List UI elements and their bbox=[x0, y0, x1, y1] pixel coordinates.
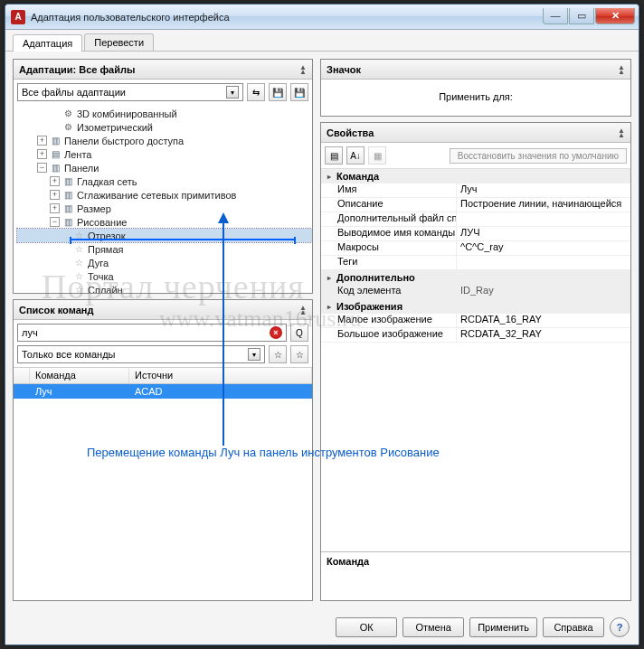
apply-button[interactable]: Применить bbox=[469, 617, 537, 637]
minimize-button[interactable]: — bbox=[543, 8, 568, 24]
star-icon: ☆ bbox=[73, 284, 85, 293]
help-button[interactable]: Справка bbox=[543, 617, 604, 637]
expand-icon[interactable]: + bbox=[37, 149, 47, 159]
transfer-button[interactable]: ⇆ bbox=[247, 83, 265, 101]
expand-icon[interactable]: + bbox=[50, 176, 60, 186]
new-command-button[interactable]: ☆ bbox=[269, 345, 287, 363]
app-icon: A bbox=[11, 10, 25, 24]
adaptations-header: Адаптации: Все файлы ▲▲ bbox=[14, 60, 312, 80]
ribbon-icon: ▤ bbox=[50, 148, 62, 160]
restore-defaults-button[interactable]: Восстановить значения по умолчанию bbox=[450, 148, 627, 164]
col-command[interactable]: Команда bbox=[30, 368, 129, 383]
tab-perevesti[interactable]: Перевести bbox=[84, 33, 154, 51]
collapse-icon[interactable]: ▲▲ bbox=[299, 306, 307, 315]
panel-icon: ▥ bbox=[50, 135, 62, 146]
chevron-down-icon: ▾ bbox=[226, 86, 239, 99]
property-description: Команда bbox=[321, 551, 630, 600]
cancel-button[interactable]: Отмена bbox=[402, 617, 464, 637]
save-button[interactable]: 💾 bbox=[269, 83, 287, 101]
property-grid[interactable]: ▸Команда ИмяЛуч ОписаниеПостроение линии… bbox=[321, 169, 630, 551]
alpha-sort-button[interactable]: A↓ bbox=[346, 146, 365, 165]
help-icon-button[interactable]: ? bbox=[610, 617, 630, 637]
cui-dialog: A Адаптация пользовательского интерфейса… bbox=[5, 4, 639, 645]
filter-combo[interactable]: Только все команды ▾ bbox=[17, 345, 265, 363]
col-source[interactable]: Источни bbox=[129, 368, 312, 383]
clear-search-icon[interactable]: × bbox=[270, 326, 282, 339]
collapse-icon[interactable]: ▲▲ bbox=[618, 128, 625, 137]
maximize-button[interactable]: ▭ bbox=[569, 8, 594, 24]
chevron-down-icon: ▾ bbox=[248, 348, 260, 361]
adapt-files-combo[interactable]: Все файлы адаптации ▾ bbox=[17, 83, 243, 101]
expand-icon[interactable]: + bbox=[50, 190, 60, 200]
prop-category[interactable]: ▸Команда bbox=[321, 169, 630, 183]
save-as-button[interactable]: 💾 bbox=[290, 83, 308, 101]
main-tabs: Адаптация Перевести bbox=[5, 30, 639, 52]
annotation-text: Перемещение команды Луч на панель инстру… bbox=[87, 446, 440, 459]
toolbar-icon: ▥ bbox=[62, 175, 74, 187]
command-list-header: Список команд ▲▲ bbox=[14, 300, 312, 320]
tab-adaptatsiya[interactable]: Адаптация bbox=[13, 34, 82, 52]
expand-icon[interactable]: + bbox=[50, 203, 60, 213]
prop-category[interactable]: ▸Изображения bbox=[321, 299, 630, 314]
command-grid[interactable]: Команда Источни Луч ACAD bbox=[14, 367, 312, 600]
customization-tree[interactable]: ⚙3D комбинированный ⚙Изометрический +▥Па… bbox=[14, 105, 312, 293]
close-button[interactable]: ✕ bbox=[595, 8, 635, 24]
star-icon: ☆ bbox=[73, 270, 85, 282]
expand-icon[interactable]: + bbox=[37, 136, 47, 146]
toolbar-icon: ▥ bbox=[62, 189, 74, 201]
gear-icon: ⚙ bbox=[62, 108, 74, 119]
prop-pages-button[interactable]: ▦ bbox=[368, 146, 386, 165]
apply-for-label: Применить для: bbox=[439, 91, 513, 102]
properties-header: Свойства ▲▲ bbox=[321, 123, 630, 143]
tree-item[interactable]: ☆Точка bbox=[17, 269, 312, 283]
collapse-icon[interactable]: − bbox=[37, 163, 47, 173]
tree-item[interactable]: ☆Дуга bbox=[17, 256, 312, 269]
prop-category[interactable]: ▸Дополнительно bbox=[321, 270, 630, 285]
tree-item[interactable]: ☆Прямая bbox=[17, 242, 312, 256]
category-sort-button[interactable]: ▤ bbox=[325, 146, 343, 165]
toolbars-icon: ▥ bbox=[50, 162, 62, 174]
tree-item[interactable]: ☆Сплайн bbox=[17, 283, 312, 293]
gear-icon: ⚙ bbox=[62, 121, 74, 133]
window-title: Адаптация пользовательского интерфейса bbox=[31, 12, 543, 23]
drop-indicator bbox=[70, 239, 296, 240]
search-button[interactable]: Q bbox=[290, 324, 308, 342]
toolbar-icon: ▥ bbox=[62, 216, 74, 228]
titlebar[interactable]: A Адаптация пользовательского интерфейса… bbox=[5, 5, 639, 30]
find-command-button[interactable]: ☆ bbox=[290, 345, 308, 363]
command-row[interactable]: Луч ACAD bbox=[14, 384, 312, 399]
star-icon: ☆ bbox=[73, 243, 85, 255]
ok-button[interactable]: ОК bbox=[336, 617, 397, 637]
star-icon: ☆ bbox=[73, 257, 85, 268]
collapse-icon[interactable]: ▲▲ bbox=[299, 65, 307, 74]
annotation-arrow bbox=[223, 214, 224, 446]
collapse-icon[interactable]: − bbox=[50, 217, 60, 227]
collapse-icon[interactable]: ▲▲ bbox=[618, 65, 625, 74]
search-input[interactable]: × bbox=[17, 324, 287, 342]
toolbar-icon: ▥ bbox=[62, 202, 74, 214]
icon-panel-header: Значок ▲▲ bbox=[321, 60, 630, 80]
